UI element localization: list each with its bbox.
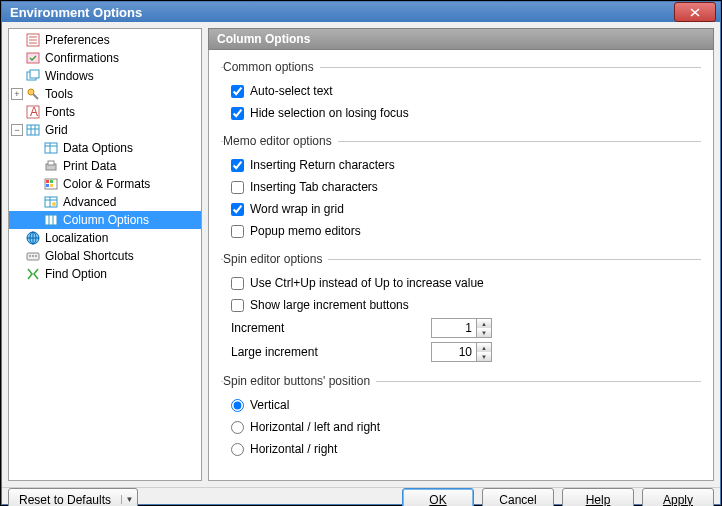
tree-item-confirmations[interactable]: Confirmations — [9, 49, 201, 67]
window-title: Environment Options — [10, 5, 674, 20]
localization-icon — [25, 230, 41, 246]
checkbox-tab-chars[interactable] — [231, 181, 244, 194]
tree-item-preferences[interactable]: Preferences — [9, 31, 201, 49]
apply-button[interactable]: Apply — [642, 488, 714, 506]
dialog-footer: Reset to Defaults ▼ OK Cancel Help Apply — [2, 487, 720, 506]
large-increment-label: Large increment — [231, 345, 431, 359]
expand-icon[interactable]: + — [11, 88, 23, 100]
checkbox-label: Show large increment buttons — [250, 298, 409, 312]
radio-label: Horizontal / right — [250, 442, 337, 456]
svg-rect-14 — [46, 184, 49, 187]
panel-title: Column Options — [208, 28, 714, 50]
radio-label: Vertical — [250, 398, 289, 412]
tree-item-data-options[interactable]: Data Options — [9, 139, 201, 157]
data-options-icon — [43, 140, 59, 156]
tree-item-color-formats[interactable]: Color & Formats — [9, 175, 201, 193]
svg-rect-7 — [27, 125, 39, 135]
tree-item-global-shortcuts[interactable]: Global Shortcuts — [9, 247, 201, 265]
confirmations-icon — [25, 50, 41, 66]
large-increment-spinner[interactable]: ▲▼ — [477, 342, 492, 362]
print-icon — [43, 158, 59, 174]
checkbox-word-wrap[interactable] — [231, 203, 244, 216]
radio-horizontal-r[interactable] — [231, 443, 244, 456]
checkbox-large-buttons[interactable] — [231, 299, 244, 312]
titlebar: Environment Options — [2, 2, 720, 22]
checkbox-hide-selection[interactable] — [231, 107, 244, 120]
tree-item-tools[interactable]: + Tools — [9, 85, 201, 103]
tree-item-advanced[interactable]: Advanced — [9, 193, 201, 211]
checkbox-label: Auto-select text — [250, 84, 333, 98]
svg-rect-3 — [30, 70, 39, 78]
preferences-icon — [25, 32, 41, 48]
increment-spinner[interactable]: ▲▼ — [477, 318, 492, 338]
increment-label: Increment — [231, 321, 431, 335]
environment-options-dialog: Environment Options Preferences Confirma… — [1, 1, 721, 505]
svg-rect-18 — [45, 215, 57, 225]
svg-rect-8 — [45, 143, 57, 153]
spin-up-icon[interactable]: ▲ — [477, 343, 491, 352]
svg-rect-23 — [32, 255, 34, 257]
svg-rect-15 — [50, 184, 53, 187]
increment-input[interactable] — [431, 318, 477, 338]
radio-horizontal-lr[interactable] — [231, 421, 244, 434]
svg-text:A: A — [30, 105, 38, 119]
shortcuts-icon — [25, 248, 41, 264]
radio-label: Horizontal / left and right — [250, 420, 380, 434]
close-button[interactable] — [674, 2, 716, 22]
checkbox-return-chars[interactable] — [231, 159, 244, 172]
svg-rect-12 — [46, 180, 49, 183]
checkbox-label: Word wrap in grid — [250, 202, 344, 216]
svg-point-17 — [52, 202, 56, 206]
group-legend: Spin editor buttons' position — [223, 374, 376, 388]
windows-icon — [25, 68, 41, 84]
help-button[interactable]: Help — [562, 488, 634, 506]
spin-up-icon[interactable]: ▲ — [477, 319, 491, 328]
checkbox-popup-memo[interactable] — [231, 225, 244, 238]
chevron-down-icon[interactable]: ▼ — [121, 495, 137, 504]
svg-rect-22 — [29, 255, 31, 257]
ok-button[interactable]: OK — [402, 488, 474, 506]
checkbox-label: Inserting Return characters — [250, 158, 395, 172]
group-memo-editor: Memo editor options Inserting Return cha… — [221, 134, 701, 242]
tree-item-windows[interactable]: Windows — [9, 67, 201, 85]
fonts-icon: A — [25, 104, 41, 120]
collapse-icon[interactable]: − — [11, 124, 23, 136]
tree-item-localization[interactable]: Localization — [9, 229, 201, 247]
tree-item-grid[interactable]: − Grid — [9, 121, 201, 139]
group-spin-position: Spin editor buttons' position Vertical H… — [221, 374, 701, 460]
tree-item-column-options[interactable]: Column Options — [9, 211, 201, 229]
svg-rect-10 — [48, 161, 54, 165]
group-spin-editor: Spin editor options Use Ctrl+Up instead … — [221, 252, 701, 364]
tree-item-fonts[interactable]: A Fonts — [9, 103, 201, 121]
spin-down-icon[interactable]: ▼ — [477, 328, 491, 337]
checkbox-auto-select[interactable] — [231, 85, 244, 98]
find-icon — [25, 266, 41, 282]
svg-rect-24 — [35, 255, 37, 257]
tree-item-print-data[interactable]: Print Data — [9, 157, 201, 175]
checkbox-ctrl-up[interactable] — [231, 277, 244, 290]
radio-vertical[interactable] — [231, 399, 244, 412]
tree-item-find-option[interactable]: Find Option — [9, 265, 201, 283]
reset-defaults-button[interactable]: Reset to Defaults ▼ — [8, 488, 138, 506]
advanced-icon — [43, 194, 59, 210]
column-options-icon — [43, 212, 59, 228]
group-legend: Spin editor options — [223, 252, 328, 266]
checkbox-label: Inserting Tab characters — [250, 180, 378, 194]
color-formats-icon — [43, 176, 59, 192]
tools-icon — [25, 86, 41, 102]
grid-icon — [25, 122, 41, 138]
group-legend: Memo editor options — [223, 134, 338, 148]
checkbox-label: Use Ctrl+Up instead of Up to increase va… — [250, 276, 484, 290]
checkbox-label: Popup memo editors — [250, 224, 361, 238]
svg-rect-13 — [50, 180, 53, 183]
group-legend: Common options — [223, 60, 320, 74]
checkbox-label: Hide selection on losing focus — [250, 106, 409, 120]
spin-down-icon[interactable]: ▼ — [477, 352, 491, 361]
cancel-button[interactable]: Cancel — [482, 488, 554, 506]
navigation-tree[interactable]: Preferences Confirmations Windows + Tool… — [8, 28, 202, 481]
group-common-options: Common options Auto-select text Hide sel… — [221, 60, 701, 124]
options-panel: Common options Auto-select text Hide sel… — [208, 50, 714, 481]
large-increment-input[interactable] — [431, 342, 477, 362]
